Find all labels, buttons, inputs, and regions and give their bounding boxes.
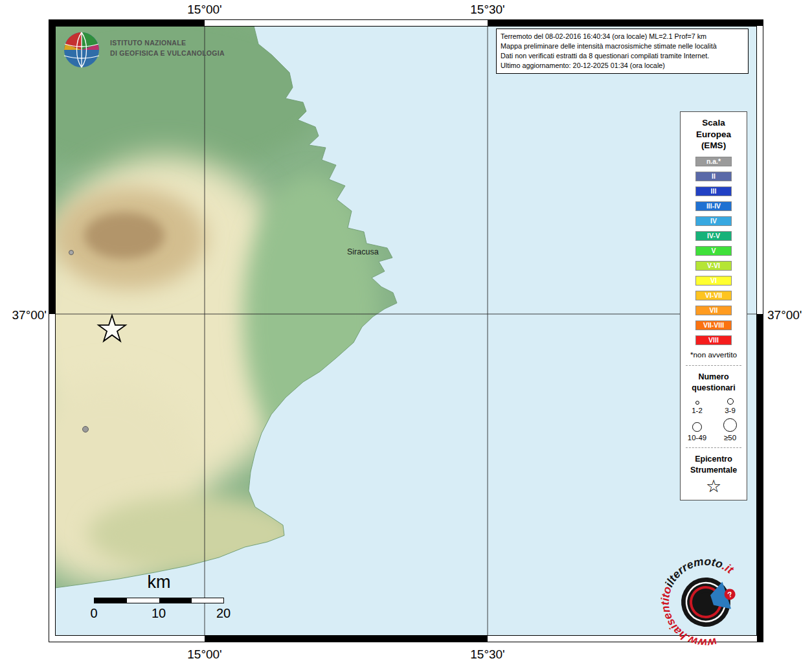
epicenter-legend-title: Epicentro Strumentale bbox=[686, 454, 741, 476]
ingv-logo: ISTITUTO NAZIONALE DI GEOFISICA E VULCAN… bbox=[62, 30, 225, 70]
scalebar-segment bbox=[159, 598, 192, 603]
ems-chip-viii: VIII bbox=[695, 335, 732, 345]
scalebar-segment bbox=[95, 598, 127, 603]
epicenter-star-legend-icon: ☆ bbox=[681, 478, 747, 495]
ems-chip-v-vi: V-VI bbox=[695, 261, 732, 271]
scalebar-segment bbox=[192, 598, 223, 603]
size-item: 1-2 bbox=[681, 398, 714, 414]
frame-tick-segment bbox=[49, 19, 205, 26]
scalebar-unit: km bbox=[94, 572, 224, 592]
axis-label-top-left: 15°00' bbox=[166, 3, 243, 17]
size-label: 1-2 bbox=[692, 407, 703, 414]
ingv-globe-icon bbox=[62, 30, 102, 70]
size-circle-icon bbox=[692, 422, 702, 432]
size-item: 10-49 bbox=[681, 418, 714, 442]
legend-title: Scala Europea (EMS) bbox=[691, 117, 736, 152]
axis-label-right: 37°00' bbox=[767, 308, 802, 322]
ems-chip-v: V bbox=[695, 246, 732, 256]
scalebar-tick-10: 10 bbox=[139, 606, 178, 621]
macroseismic-map-figure: Siracusa 15°00' 15°30' 15°00' 15°30' 37°… bbox=[0, 0, 812, 663]
haisentitoilterremoto-logo: www.haisentitoilterremoto.it ? bbox=[655, 550, 756, 651]
ingv-name-line2: DI GEOFISICA E VULCANOLOGIA bbox=[110, 49, 225, 59]
legend-divider bbox=[686, 447, 741, 448]
scalebar bbox=[94, 598, 224, 603]
size-label: ≥50 bbox=[724, 434, 736, 442]
legend-footnote: *non avvertito bbox=[681, 350, 747, 359]
ems-chip-iii-iv: III-IV bbox=[695, 201, 732, 211]
legend-divider bbox=[686, 365, 741, 366]
scalebar-tick-20: 20 bbox=[204, 606, 243, 621]
frame-tick-segment bbox=[488, 19, 763, 26]
size-label: 10-49 bbox=[688, 434, 706, 442]
axis-label-left: 37°00' bbox=[1, 308, 47, 322]
event-info-line4: Ultimo aggiornamento: 20-12-2025 01:34 (… bbox=[501, 61, 744, 71]
ems-chip-iv: IV bbox=[695, 216, 732, 226]
legend-panel: Scala Europea (EMS) n.a.* II III III-IV … bbox=[680, 111, 747, 500]
event-info-line3: Dati non verificati estratti da 8 questi… bbox=[501, 51, 744, 61]
event-info-line2: Mappa preliminare delle intensità macros… bbox=[501, 41, 744, 51]
size-label: 3-9 bbox=[725, 407, 736, 414]
questionnaire-size-grid: 1-2 3-9 10-49 ≥50 bbox=[681, 398, 747, 442]
ems-chip-iv-v: IV-V bbox=[695, 231, 732, 241]
ems-chip-vi: VI bbox=[695, 276, 732, 286]
frame-tick-segment bbox=[49, 19, 55, 314]
size-circle-icon bbox=[727, 398, 734, 405]
axis-label-top-right: 15°30' bbox=[449, 3, 526, 17]
questionnaire-count-title: Numero questionari bbox=[688, 372, 739, 394]
scalebar-tick-0: 0 bbox=[74, 606, 113, 621]
frame-tick-segment bbox=[757, 314, 763, 642]
ems-chip-vii-viii: VII-VIII bbox=[695, 320, 732, 330]
frame-tick-segment bbox=[205, 636, 488, 642]
ems-chip-na: n.a.* bbox=[695, 157, 732, 166]
event-info-box: Terremoto del 08-02-2016 16:40:34 (ora l… bbox=[496, 28, 749, 74]
size-item: 3-9 bbox=[714, 398, 747, 414]
size-item: ≥50 bbox=[714, 418, 747, 442]
ems-chip-ii: II bbox=[695, 172, 732, 181]
size-circle-icon bbox=[723, 418, 737, 432]
ems-chip-iii: III bbox=[695, 186, 732, 196]
ingv-name-line1: ISTITUTO NAZIONALE bbox=[110, 38, 225, 49]
axis-label-bottom-right: 15°30' bbox=[449, 647, 526, 662]
scalebar-segment bbox=[127, 598, 159, 603]
axis-label-bottom-left: 15°00' bbox=[166, 647, 243, 662]
event-info-line1: Terremoto del 08-02-2016 16:40:34 (ora l… bbox=[501, 32, 744, 41]
size-circle-icon bbox=[695, 401, 699, 405]
map-frame-inner bbox=[55, 26, 757, 636]
ems-chip-vii: VII bbox=[695, 306, 732, 315]
ems-chip-vi-vii: VI-VII bbox=[695, 291, 732, 300]
